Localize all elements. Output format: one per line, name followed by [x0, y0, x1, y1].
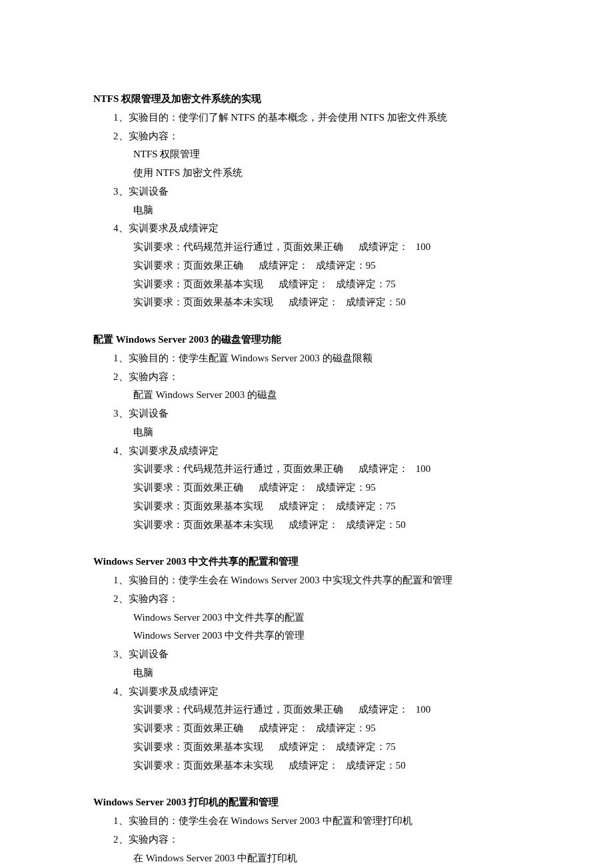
section: Windows Server 2003 中文件共享的配置和管理1、实验目的：使学… — [93, 553, 520, 775]
list-item: 3、实训设备 — [93, 183, 520, 201]
list-item: 1、实验目的：使学生配置 Windows Server 2003 的磁盘限额 — [93, 349, 520, 368]
list-item: 1、实验目的：使学生会在 Windows Server 2003 中配置和管理打… — [93, 812, 520, 831]
list-item: 2、实验内容： — [93, 831, 520, 849]
sub-item: 配置 Windows Server 2003 的磁盘 — [93, 386, 520, 405]
grade-line: 实训要求：代码规范并运行通过，页面效果正确 成绩评定： 100 — [93, 701, 520, 719]
sub-item: NTFS 权限管理 — [93, 145, 520, 164]
sub-item: Windows Server 2003 中文件共享的配置 — [93, 609, 520, 627]
grade-line: 实训要求：页面效果正确 成绩评定： 成绩评定：95 — [93, 257, 520, 275]
list-item: 3、实训设备 — [93, 645, 520, 664]
sub-item: 电脑 — [93, 664, 520, 683]
grade-line: 实训要求：页面效果基本实现 成绩评定： 成绩评定：75 — [93, 738, 520, 757]
list-item: 4、实训要求及成绩评定 — [93, 683, 520, 701]
section: 配置 Windows Server 2003 的磁盘管理功能1、实验目的：使学生… — [93, 331, 520, 534]
sub-item: 在 Windows Server 2003 中配置打印机 — [93, 849, 520, 868]
grade-line: 实训要求：页面效果基本未实现 成绩评定： 成绩评定：50 — [93, 293, 520, 312]
sub-item: Windows Server 2003 中文件共享的管理 — [93, 627, 520, 645]
grade-line: 实训要求：页面效果基本未实现 成绩评定： 成绩评定：50 — [93, 757, 520, 775]
list-item: 4、实训要求及成绩评定 — [93, 442, 520, 461]
document-root: NTFS 权限管理及加密文件系统的实现1、实验目的：使学们了解 NTFS 的基本… — [93, 90, 520, 868]
list-item: 3、实训设备 — [93, 405, 520, 423]
section-title: 配置 Windows Server 2003 的磁盘管理功能 — [93, 331, 520, 349]
sub-item: 使用 NTFS 加密文件系统 — [93, 164, 520, 183]
sub-item: 电脑 — [93, 423, 520, 442]
grade-line: 实训要求：页面效果正确 成绩评定： 成绩评定：95 — [93, 479, 520, 497]
sub-item: 电脑 — [93, 201, 520, 220]
list-item: 1、实验目的：使学们了解 NTFS 的基本概念，并会使用 NTFS 加密文件系统 — [93, 109, 520, 127]
list-item: 2、实验内容： — [93, 368, 520, 387]
list-item: 4、实训要求及成绩评定 — [93, 219, 520, 238]
grade-line: 实训要求：代码规范并运行通过，页面效果正确 成绩评定： 100 — [93, 238, 520, 257]
section: NTFS 权限管理及加密文件系统的实现1、实验目的：使学们了解 NTFS 的基本… — [93, 90, 520, 312]
grade-line: 实训要求：页面效果基本未实现 成绩评定： 成绩评定：50 — [93, 516, 520, 535]
section: Windows Server 2003 打印机的配置和管理1、实验目的：使学生会… — [93, 793, 520, 868]
list-item: 2、实验内容： — [93, 127, 520, 146]
section-title: Windows Server 2003 打印机的配置和管理 — [93, 793, 520, 812]
grade-line: 实训要求：代码规范并运行通过，页面效果正确 成绩评定： 100 — [93, 460, 520, 479]
list-item: 1、实验目的：使学生会在 Windows Server 2003 中实现文件共享… — [93, 571, 520, 590]
list-item: 2、实验内容： — [93, 590, 520, 609]
section-title: Windows Server 2003 中文件共享的配置和管理 — [93, 553, 520, 571]
grade-line: 实训要求：页面效果基本实现 成绩评定： 成绩评定：75 — [93, 275, 520, 294]
grade-line: 实训要求：页面效果基本实现 成绩评定： 成绩评定：75 — [93, 497, 520, 516]
section-title: NTFS 权限管理及加密文件系统的实现 — [93, 90, 520, 109]
grade-line: 实训要求：页面效果正确 成绩评定： 成绩评定：95 — [93, 719, 520, 738]
